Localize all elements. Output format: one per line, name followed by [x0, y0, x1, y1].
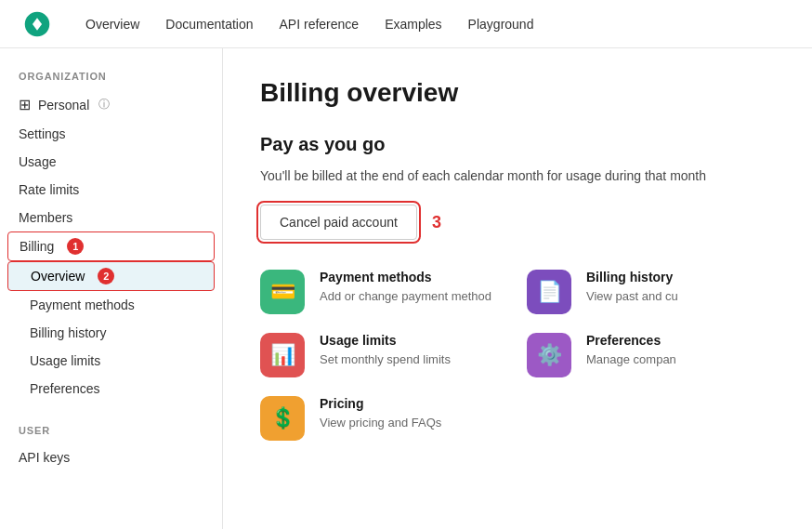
preferences-title: Preferences [586, 333, 676, 348]
main-content: Billing overview Pay as you go You'll be… [223, 48, 812, 529]
user-section-label: USER [0, 425, 222, 436]
info-icon: ⓘ [98, 97, 110, 112]
nav-playground[interactable]: Playground [468, 13, 534, 35]
sidebar-item-usage[interactable]: Usage [0, 148, 222, 176]
cancel-area: Cancel paid account 3 [260, 205, 775, 240]
payment-methods-desc: Add or change payment method [320, 288, 491, 305]
usage-limits-title: Usage limits [320, 333, 451, 348]
payment-methods-title: Payment methods [320, 270, 491, 284]
pricing-desc: View pricing and FAQs [320, 415, 441, 431]
sidebar-item-overview[interactable]: Overview 2 [7, 261, 215, 291]
sidebar-item-members[interactable]: Members [0, 204, 222, 231]
sidebar-item-billing[interactable]: Billing 1 [7, 231, 215, 261]
page-title: Billing overview [260, 78, 775, 108]
nav-documentation[interactable]: Documentation [165, 13, 253, 35]
billing-description: You'll be billed at the end of each cale… [260, 166, 775, 186]
billing-history-title: Billing history [586, 270, 678, 284]
sidebar-item-preferences[interactable]: Preferences [0, 375, 222, 403]
preferences-icon: ⚙️ [527, 333, 571, 377]
logo-icon[interactable] [22, 9, 52, 39]
card-payment-methods[interactable]: 💳 Payment methods Add or change payment … [260, 270, 508, 314]
sidebar-item-billing-history[interactable]: Billing history [0, 319, 222, 347]
main-layout: ORGANIZATION ⊞ Personal ⓘ Settings Usage… [0, 48, 812, 529]
card-pricing[interactable]: 💲 Pricing View pricing and FAQs [260, 396, 508, 441]
usage-limits-icon: 📊 [260, 333, 305, 377]
payment-methods-icon: 💳 [260, 270, 305, 314]
top-nav: Overview Documentation API reference Exa… [0, 0, 812, 48]
usage-limits-desc: Set monthly spend limits [320, 351, 451, 368]
sidebar-org-personal[interactable]: ⊞ Personal ⓘ [0, 89, 222, 120]
sidebar-item-api-keys[interactable]: API keys [0, 443, 222, 471]
sidebar-item-usage-limits[interactable]: Usage limits [0, 347, 222, 375]
org-section-label: ORGANIZATION [0, 71, 222, 82]
sidebar-billing-label: Billing [20, 239, 54, 254]
sidebar-item-payment-methods[interactable]: Payment methods [0, 291, 222, 319]
nav-api-reference[interactable]: API reference [280, 13, 360, 35]
org-icon: ⊞ [19, 96, 31, 113]
billing-history-icon: 📄 [527, 270, 571, 314]
card-preferences[interactable]: ⚙️ Preferences Manage compan [527, 333, 775, 377]
pricing-icon: 💲 [260, 396, 305, 441]
billing-history-desc: View past and cu [586, 288, 678, 305]
preferences-desc: Manage compan [586, 351, 676, 368]
sidebar-item-rate-limits[interactable]: Rate limits [0, 176, 222, 204]
nav-examples[interactable]: Examples [385, 13, 441, 35]
card-usage-limits[interactable]: 📊 Usage limits Set monthly spend limits [260, 333, 508, 377]
section-title: Pay as you go [260, 134, 775, 155]
nav-overview[interactable]: Overview [85, 13, 139, 35]
badge-3: 3 [432, 213, 441, 232]
svg-point-0 [34, 21, 39, 26]
card-billing-history[interactable]: 📄 Billing history View past and cu [527, 270, 775, 314]
cards-grid: 💳 Payment methods Add or change payment … [260, 270, 775, 441]
sidebar-org-name: Personal [38, 98, 89, 112]
cancel-paid-account-button[interactable]: Cancel paid account [260, 205, 417, 240]
sidebar: ORGANIZATION ⊞ Personal ⓘ Settings Usage… [0, 48, 223, 529]
sidebar-item-settings[interactable]: Settings [0, 120, 222, 148]
badge-1: 1 [67, 238, 84, 255]
pricing-title: Pricing [320, 396, 441, 411]
badge-2: 2 [98, 268, 114, 284]
sidebar-overview-label: Overview [31, 269, 85, 284]
